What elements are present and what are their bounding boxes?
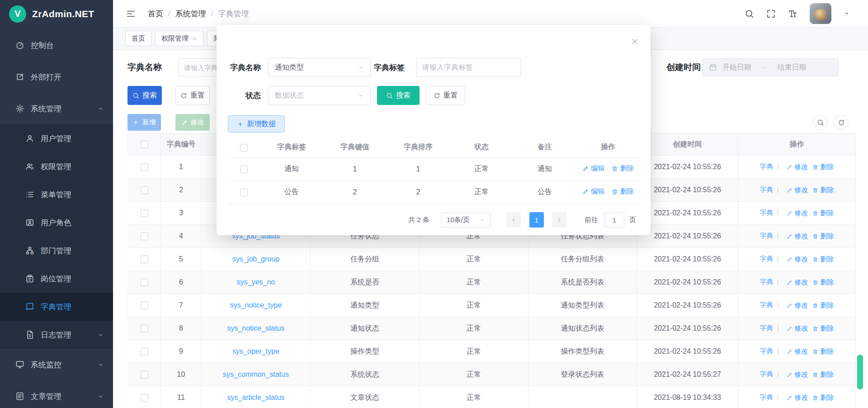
edit-row-link[interactable]: 编辑 [582, 164, 604, 173]
page-number-button[interactable]: 1 [529, 212, 544, 228]
add-button[interactable]: 新增 [127, 114, 161, 131]
status-select[interactable]: 数据状态 [268, 86, 371, 105]
tab-permission[interactable]: 权限管理 [155, 31, 203, 46]
fullscreen-icon[interactable] [766, 9, 776, 19]
edit-row-link[interactable]: 修改 [787, 324, 808, 333]
app-logo[interactable]: V ZrAdmin.NET [0, 0, 113, 28]
sidebar-item-console[interactable]: 控制台 [0, 29, 113, 61]
dict-items-link[interactable]: 字典 [760, 370, 774, 378]
prev-page-button[interactable] [506, 212, 521, 228]
row-checkbox[interactable] [141, 256, 148, 263]
edit-row-link[interactable]: 编辑 [582, 187, 604, 196]
delete-row-link[interactable]: 删除 [812, 324, 834, 333]
edit-row-link[interactable]: 修改 [787, 255, 808, 264]
dict-type-link[interactable]: sys_oper_type [232, 347, 279, 355]
dict-items-link[interactable]: 字典 [760, 232, 774, 239]
modal-row-checkbox[interactable] [240, 166, 248, 173]
create-time-range-picker[interactable]: 开始日期 - 结束日期 [702, 58, 839, 76]
dict-items-link[interactable]: 字典 [760, 255, 774, 262]
avatar[interactable] [810, 3, 831, 24]
close-icon[interactable] [631, 38, 639, 46]
edit-row-link[interactable]: 修改 [787, 370, 808, 379]
edit-row-link[interactable]: 修改 [787, 232, 808, 241]
dict-items-link[interactable]: 字典 [760, 301, 774, 308]
dict-items-link[interactable]: 字典 [760, 347, 774, 355]
goto-page-input[interactable] [604, 212, 624, 228]
dict-type-link[interactable]: sys_yes_no [237, 278, 275, 286]
delete-row-link[interactable]: 删除 [812, 163, 834, 171]
row-checkbox[interactable] [141, 302, 148, 309]
scrollbar-thumb[interactable] [857, 355, 863, 389]
delete-row-link[interactable]: 删除 [812, 394, 834, 402]
toggle-search-button[interactable] [813, 115, 828, 130]
sidebar-item-system-admin[interactable]: 系统管理 [0, 93, 113, 124]
dict-type-link[interactable]: sys_notice_status [227, 324, 284, 332]
edit-row-link[interactable]: 修改 [787, 301, 808, 310]
font-size-icon[interactable] [788, 9, 797, 19]
select-all-checkbox[interactable] [141, 141, 148, 148]
row-checkbox[interactable] [141, 371, 148, 379]
sidebar-item-menu-admin[interactable]: 菜单管理 [0, 180, 113, 209]
dict-items-link[interactable]: 字典 [760, 278, 774, 285]
row-checkbox[interactable] [141, 325, 148, 332]
row-checkbox[interactable] [141, 394, 148, 402]
delete-row-link[interactable]: 删除 [812, 278, 834, 287]
dict-type-link[interactable]: sys_job_group [232, 255, 279, 263]
edit-button[interactable]: 修改 [175, 114, 210, 131]
sidebar-item-dept-admin[interactable]: 部门管理 [0, 237, 113, 265]
modal-reset-button[interactable]: 重置 [426, 86, 465, 105]
delete-row-link[interactable]: 删除 [812, 232, 834, 241]
modal-select-all-checkbox[interactable] [240, 144, 248, 152]
reset-button[interactable]: 重置 [175, 86, 210, 105]
tab-home[interactable]: 首页 [125, 31, 151, 46]
dict-items-link[interactable]: 字典 [760, 393, 774, 401]
delete-row-link[interactable]: 删除 [812, 255, 834, 264]
sidebar-item-user-admin[interactable]: 用户管理 [0, 124, 113, 152]
dict-items-link[interactable]: 字典 [760, 324, 774, 332]
edit-row-link[interactable]: 修改 [787, 278, 808, 287]
row-checkbox[interactable] [141, 232, 148, 240]
sidebar-item-permission-admin[interactable]: 权限管理 [0, 152, 113, 180]
row-checkbox[interactable] [141, 186, 148, 194]
dict-type-link[interactable]: sys_article_status [227, 394, 284, 401]
delete-row-link[interactable]: 删除 [612, 164, 634, 173]
caret-down-icon[interactable] [844, 10, 850, 17]
page-size-select[interactable]: 10条/页 [441, 212, 491, 228]
add-data-button[interactable]: 新增数据 [228, 115, 285, 133]
delete-row-link[interactable]: 删除 [612, 187, 634, 196]
refresh-table-button[interactable] [834, 115, 849, 130]
row-checkbox[interactable] [141, 279, 148, 286]
sidebar-item-log-admin[interactable]: 日志管理 [0, 321, 113, 349]
sidebar-item-post-admin[interactable]: 岗位管理 [0, 265, 113, 293]
dict-label-input[interactable] [416, 58, 521, 77]
menu-fold-icon[interactable] [126, 9, 136, 19]
next-page-button[interactable] [552, 212, 566, 228]
close-icon[interactable] [192, 36, 197, 41]
breadcrumb-home[interactable]: 首页 [148, 9, 163, 19]
edit-row-link[interactable]: 修改 [787, 163, 808, 171]
search-button[interactable]: 搜索 [127, 86, 162, 105]
dict-items-link[interactable]: 字典 [760, 209, 774, 216]
edit-row-link[interactable]: 修改 [787, 347, 808, 356]
row-checkbox[interactable] [141, 348, 148, 356]
sidebar-item-user-role[interactable]: 用户角色 [0, 209, 113, 237]
row-checkbox[interactable] [141, 163, 148, 171]
modal-row-checkbox[interactable] [240, 189, 248, 196]
row-checkbox[interactable] [141, 209, 148, 217]
dict-name-select[interactable]: 通知类型 [268, 58, 371, 77]
delete-row-link[interactable]: 删除 [812, 370, 834, 379]
breadcrumb-system[interactable]: 系统管理 [175, 9, 206, 19]
delete-row-link[interactable]: 删除 [812, 186, 834, 195]
dict-items-link[interactable]: 字典 [760, 162, 774, 170]
dict-items-link[interactable]: 字典 [760, 185, 774, 193]
edit-row-link[interactable]: 修改 [787, 209, 808, 218]
edit-row-link[interactable]: 修改 [787, 186, 808, 195]
search-icon[interactable] [745, 9, 754, 19]
edit-row-link[interactable]: 修改 [787, 394, 808, 402]
delete-row-link[interactable]: 删除 [812, 209, 834, 218]
dict-type-link[interactable]: sys_notice_type [230, 301, 282, 309]
dict-type-link[interactable]: sys_common_status [223, 370, 289, 378]
delete-row-link[interactable]: 删除 [812, 301, 834, 310]
delete-row-link[interactable]: 删除 [812, 347, 834, 356]
sidebar-item-article-admin[interactable]: 文章管理 [0, 380, 113, 408]
